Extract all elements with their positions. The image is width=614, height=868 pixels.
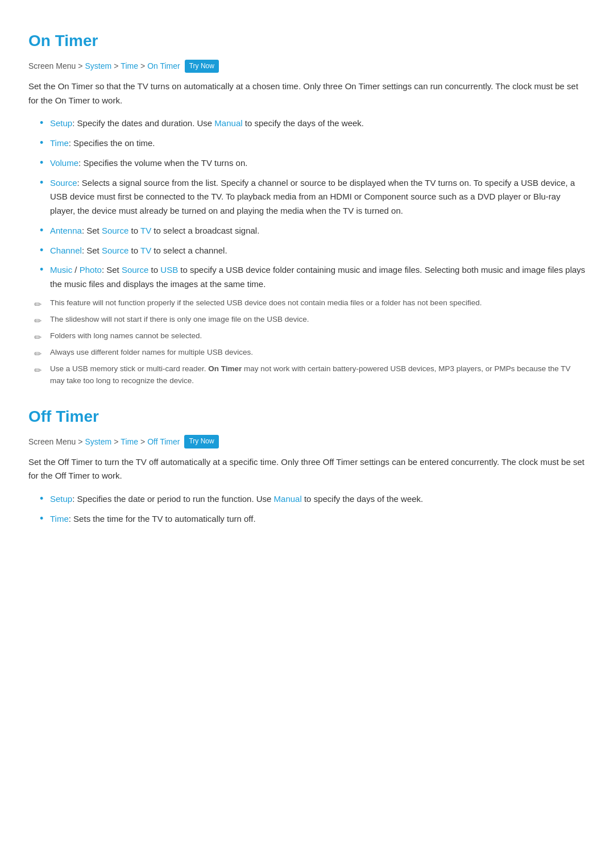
bullet-text3: to select a channel. xyxy=(151,246,227,255)
on-timer-try-now-badge[interactable]: Try Now xyxy=(185,60,219,73)
bullet-text2: to xyxy=(148,265,160,275)
term-source: Source xyxy=(50,178,77,188)
breadcrumb-off-timer[interactable]: Off Timer xyxy=(147,435,180,448)
breadcrumb-time2[interactable]: Time xyxy=(121,435,138,448)
pencil-icon: ✏ xyxy=(34,364,42,378)
list-item: Time: Sets the time for the TV to automa… xyxy=(40,512,586,526)
term-time: Time xyxy=(50,138,69,148)
breadcrumb-sep5: > xyxy=(114,435,118,448)
on-timer-description: Set the On Timer so that the TV turns on… xyxy=(28,80,586,108)
term-antenna: Antenna xyxy=(50,226,82,235)
note-text: This feature will not function properly … xyxy=(50,298,482,307)
on-timer-bold-ref: On Timer xyxy=(208,364,242,373)
breadcrumb-sep1: > xyxy=(78,60,82,72)
bullet-text: : Selects a signal source from the list.… xyxy=(50,178,575,216)
breadcrumb-prefix2: Screen Menu xyxy=(28,435,76,448)
note-item: ✏ The slideshow will not start if there … xyxy=(34,314,586,326)
list-item: Volume: Specifies the volume when the TV… xyxy=(40,156,586,171)
bullet-text2: to xyxy=(128,246,140,255)
list-item: Time: Specifies the on time. xyxy=(40,136,586,151)
term-manual: Manual xyxy=(214,118,242,128)
off-timer-bullet-list: Setup: Specifies the date or period to r… xyxy=(28,492,586,526)
bullet-text: : Specifies the volume when the TV turns… xyxy=(78,158,247,168)
term-tv-link: TV xyxy=(140,226,151,235)
off-timer-try-now-badge[interactable]: Try Now xyxy=(184,435,218,448)
on-timer-bullet-list: Setup: Specify the dates and duration. U… xyxy=(28,117,586,292)
note-text: Always use different folder names for mu… xyxy=(50,348,253,356)
breadcrumb-on-timer[interactable]: On Timer xyxy=(147,60,180,72)
off-timer-section: Off Timer Screen Menu > System > Time > … xyxy=(28,404,586,526)
on-timer-section: On Timer Screen Menu > System > Time > O… xyxy=(28,28,586,387)
term-source-link3: Source xyxy=(122,265,149,275)
bullet-text2: to specify the days of the week. xyxy=(243,118,364,128)
term-usb-link: USB xyxy=(160,265,178,275)
note-item: ✏ Folders with long names cannot be sele… xyxy=(34,330,586,342)
term-source-link2: Source xyxy=(102,246,129,255)
breadcrumb-prefix: Screen Menu xyxy=(28,60,76,72)
term-setup2: Setup xyxy=(50,494,72,504)
pencil-icon: ✏ xyxy=(34,314,42,329)
breadcrumb-sep3: > xyxy=(140,60,145,72)
list-item: Setup: Specifies the date or period to r… xyxy=(40,492,586,506)
bullet-text: : Specifies the on time. xyxy=(69,138,155,148)
term-volume: Volume xyxy=(50,158,78,168)
bullet-text2: to specify the days of the week. xyxy=(302,494,423,504)
bullet-text: : Set xyxy=(82,226,102,235)
on-timer-breadcrumb: Screen Menu > System > Time > On Timer T… xyxy=(28,60,586,73)
bullet-text: : Specifies the date or period to run th… xyxy=(72,494,273,504)
term-manual2: Manual xyxy=(274,494,302,504)
on-timer-notes: ✏ This feature will not function properl… xyxy=(28,297,586,387)
bullet-text: : Set xyxy=(102,265,122,275)
breadcrumb-sep4: > xyxy=(78,435,82,448)
term-music: Music xyxy=(50,265,72,275)
bullet-text2: to xyxy=(128,226,140,235)
bullet-text3: to select a broadcast signal. xyxy=(151,226,259,235)
bullet-text: : Set xyxy=(82,246,102,255)
on-timer-title: On Timer xyxy=(28,28,586,54)
breadcrumb-system[interactable]: System xyxy=(85,60,111,72)
note-item: ✏ Use a USB memory stick or multi-card r… xyxy=(34,363,586,387)
term-source-link: Source xyxy=(102,226,129,235)
bullet-text: : Specify the dates and duration. Use xyxy=(72,118,214,128)
term-photo: Photo xyxy=(80,265,102,275)
term-setup: Setup xyxy=(50,118,72,128)
breadcrumb-sep6: > xyxy=(140,435,145,448)
list-item: Music / Photo: Set Source to USB to spec… xyxy=(40,263,586,292)
breadcrumb-time[interactable]: Time xyxy=(121,60,138,72)
bullet-separator: / xyxy=(72,265,80,275)
note-text: Folders with long names cannot be select… xyxy=(50,331,202,340)
note-item: ✏ This feature will not function properl… xyxy=(34,297,586,309)
off-timer-description: Set the Off Timer to turn the TV off aut… xyxy=(28,455,586,484)
note-item: ✏ Always use different folder names for … xyxy=(34,347,586,359)
list-item: Source: Selects a signal source from the… xyxy=(40,176,586,218)
list-item: Channel: Set Source to TV to select a ch… xyxy=(40,244,586,258)
pencil-icon: ✏ xyxy=(34,331,42,345)
bullet-text: : Sets the time for the TV to automatica… xyxy=(69,514,256,524)
off-timer-title: Off Timer xyxy=(28,404,586,430)
term-time2: Time xyxy=(50,514,69,524)
term-tv-link2: TV xyxy=(140,246,151,255)
list-item: Antenna: Set Source to TV to select a br… xyxy=(40,224,586,238)
off-timer-breadcrumb: Screen Menu > System > Time > Off Timer … xyxy=(28,435,586,448)
pencil-icon: ✏ xyxy=(34,347,42,362)
pencil-icon: ✏ xyxy=(34,298,42,312)
note-text: Use a USB memory stick or multi-card rea… xyxy=(50,364,571,385)
breadcrumb-system2[interactable]: System xyxy=(85,435,111,448)
term-channel: Channel xyxy=(50,246,82,255)
breadcrumb-sep2: > xyxy=(114,60,118,72)
note-text: The slideshow will not start if there is… xyxy=(50,315,309,323)
list-item: Setup: Specify the dates and duration. U… xyxy=(40,117,586,131)
